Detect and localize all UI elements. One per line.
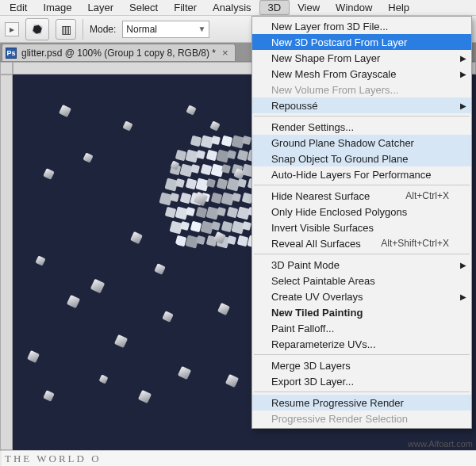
glitter-particle <box>130 231 143 244</box>
menu-window[interactable]: Window <box>328 1 380 14</box>
chevron-right-icon: ▶ <box>460 261 466 269</box>
glitter-particle <box>217 303 230 315</box>
menu-item[interactable]: Merge 3D Layers <box>252 357 471 373</box>
menu-item-label: Create UV Overlays <box>271 291 363 303</box>
menu-image[interactable]: Image <box>35 1 79 14</box>
separator <box>83 19 83 40</box>
menu-item: Progressive Render Selection <box>252 411 471 426</box>
menu-3d-dropdown: New Layer from 3D File...New 3D Postcard… <box>251 16 472 429</box>
glitter-particle <box>221 164 231 174</box>
menu-item[interactable]: Export 3D Layer... <box>252 373 471 389</box>
menu-item[interactable]: New Shape From Layer▶ <box>252 50 471 66</box>
menu-item[interactable]: Paint Falloff... <box>252 320 471 336</box>
brush-preset-picker[interactable]: ⬢ 14 <box>25 18 49 40</box>
glitter-particle <box>175 178 185 188</box>
blend-mode-select[interactable]: Normal ▼ <box>122 21 209 38</box>
glitter-particle <box>211 221 221 231</box>
menu-item-label: Snap Object To Ground Plane <box>271 153 409 165</box>
menu-item[interactable]: Ground Plane Shadow Catcher <box>252 135 471 151</box>
menu-item[interactable]: New Layer from 3D File... <box>252 18 471 34</box>
menu-item-label: Select Paintable Areas <box>271 275 375 287</box>
menu-3d[interactable]: 3D <box>259 0 290 15</box>
glitter-particle <box>190 164 200 174</box>
menu-item-label: Progressive Render Selection <box>271 413 408 425</box>
photoshop-file-icon: Ps <box>6 48 17 59</box>
glitter-particle <box>27 350 40 363</box>
menu-view[interactable]: View <box>290 1 328 14</box>
menu-item-label: Hide Nearest Surface <box>271 190 370 202</box>
document-tab[interactable]: Ps glitter.psd @ 100% (Group 1 copy 8, R… <box>2 44 236 61</box>
watermark: www.Alfoart.com <box>408 439 473 449</box>
glitter-particle <box>225 374 239 388</box>
glitter-particle <box>186 207 195 216</box>
glitter-particle <box>196 235 205 245</box>
menu-item-shortcut: Alt+Shift+Ctrl+X <box>381 238 449 249</box>
menu-item[interactable]: New 3D Postcard From Layer <box>252 34 471 50</box>
menu-item[interactable]: Select Paintable Areas <box>252 273 471 288</box>
menu-item: New Volume From Layers... <box>252 82 471 97</box>
menu-item[interactable]: Snap Object To Ground Plane <box>252 151 471 166</box>
menu-item[interactable]: Reveal All SurfacesAlt+Shift+Ctrl+X <box>252 235 471 251</box>
menu-layer[interactable]: Layer <box>80 1 122 14</box>
glitter-particle <box>43 390 55 402</box>
menu-item[interactable]: Reparameterize UVs... <box>252 336 471 352</box>
menu-divider <box>254 116 470 116</box>
glitter-particle <box>211 136 221 145</box>
menu-item-label: Repoussé <box>271 100 318 112</box>
glitter-particle <box>232 193 241 202</box>
glitter-particle <box>154 263 166 275</box>
blend-mode-label: Mode: <box>90 24 116 35</box>
menu-item-label: Render Settings... <box>271 121 354 133</box>
glitter-particle <box>122 120 132 131</box>
menu-item-label: New 3D Postcard From Layer <box>271 36 407 48</box>
menu-item[interactable]: 3D Paint Mode▶ <box>252 257 471 273</box>
menu-item-label: Merge 3D Layers <box>271 360 351 372</box>
menu-item-label: 3D Paint Mode <box>271 259 340 271</box>
menu-item-label: Reveal All Surfaces <box>271 238 361 250</box>
menu-item-label: Invert Visible Surfaces <box>271 222 374 234</box>
menu-item[interactable]: Only Hide Enclosed Polygons <box>252 204 471 220</box>
glitter-particle <box>237 178 247 188</box>
glitter-particle <box>186 105 196 115</box>
panel-toggle-icon[interactable]: ▸ <box>5 22 19 36</box>
menu-item[interactable]: Auto-Hide Layers For Performance <box>252 166 471 182</box>
menu-divider <box>254 392 470 392</box>
glitter-particle <box>162 311 174 323</box>
menu-item[interactable]: Repoussé▶ <box>252 97 471 113</box>
menu-item-label: New Mesh From Grayscale <box>271 68 396 80</box>
menu-item[interactable]: Render Settings... <box>252 119 471 135</box>
menu-item[interactable]: Create UV Overlays▶ <box>252 288 471 304</box>
menu-filter[interactable]: Filter <box>166 1 205 14</box>
chevron-right-icon: ▶ <box>460 292 466 301</box>
menu-item[interactable]: New Tiled Painting <box>252 304 471 320</box>
menu-item-label: New Shape From Layer <box>271 52 380 64</box>
menu-item-label: New Tiled Painting <box>271 307 363 319</box>
menu-item[interactable]: Resume Progressive Render <box>252 395 471 411</box>
menu-item-label: Ground Plane Shadow Catcher <box>271 137 414 149</box>
menu-item[interactable]: Hide Nearest SurfaceAlt+Ctrl+X <box>252 188 471 204</box>
glitter-particle <box>227 150 236 159</box>
glitter-particle <box>99 375 109 384</box>
glitter-particle <box>180 221 190 231</box>
menu-item[interactable]: Invert Visible Surfaces <box>252 220 471 235</box>
brush-panel-icon: ▥ <box>61 23 71 36</box>
menu-help[interactable]: Help <box>380 1 417 14</box>
menu-analysis[interactable]: Analysis <box>205 1 259 14</box>
menu-item-label: Only Hide Enclosed Polygons <box>271 206 407 218</box>
glitter-particle <box>206 178 216 188</box>
close-icon[interactable]: × <box>221 47 230 59</box>
glitter-particle <box>83 152 93 162</box>
menu-select[interactable]: Select <box>121 1 166 14</box>
menu-edit[interactable]: Edit <box>2 1 35 14</box>
glitter-particle <box>35 255 45 265</box>
glitter-particle <box>90 279 106 294</box>
main-menubar: EditImageLayerSelectFilterAnalysis3DView… <box>0 0 476 16</box>
menu-item[interactable]: New Mesh From Grayscale▶ <box>252 66 471 82</box>
menu-divider <box>254 185 470 185</box>
glitter-particle <box>43 168 55 180</box>
glitter-particle <box>67 295 80 308</box>
chevron-right-icon: ▶ <box>460 70 466 78</box>
tool-preset-picker[interactable]: ▥ <box>56 19 76 40</box>
menu-item-label: Auto-Hide Layers For Performance <box>271 169 432 181</box>
menu-item-shortcut: Alt+Ctrl+X <box>405 190 449 201</box>
